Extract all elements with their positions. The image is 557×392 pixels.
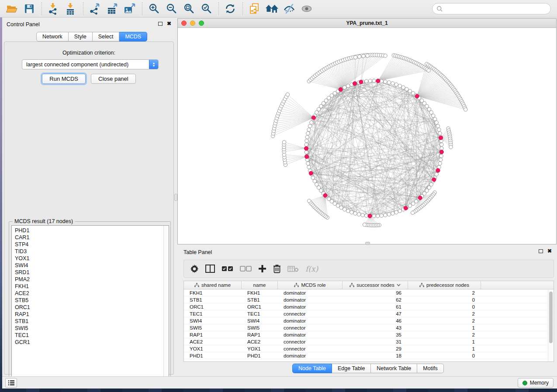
network-dominator-node[interactable] [305, 155, 309, 158]
run-mcds-button[interactable]: Run MCDS [42, 74, 86, 84]
network-ring-node[interactable] [361, 213, 364, 217]
mcds-result-item[interactable]: SWI5 [15, 325, 163, 332]
network-leaf-node[interactable] [282, 140, 286, 144]
float-panel-icon[interactable] [539, 249, 543, 253]
network-ring-node[interactable] [311, 176, 315, 179]
network-leaf-node[interactable] [357, 55, 361, 58]
mcds-result-item[interactable]: PHD1 [15, 227, 163, 234]
network-ring-node[interactable] [401, 86, 405, 89]
network-ring-node[interactable] [310, 120, 313, 124]
network-dominator-node[interactable] [439, 136, 443, 140]
network-ring-node[interactable] [405, 87, 408, 91]
export-network-button[interactable] [87, 2, 102, 16]
network-ring-node[interactable] [315, 182, 318, 186]
network-ring-node[interactable] [394, 83, 398, 86]
network-ring-node[interactable] [435, 120, 438, 124]
network-dominator-node[interactable] [418, 196, 422, 200]
mcds-result-item[interactable]: STP4 [15, 241, 163, 248]
refresh-view-button[interactable] [223, 2, 238, 16]
table-row[interactable]: SWI5SWI5connector431 [184, 324, 554, 331]
mcds-result-item[interactable]: TEC1 [15, 332, 163, 339]
network-ring-node[interactable] [387, 213, 391, 216]
network-ring-node[interactable] [439, 154, 443, 158]
network-ring-node[interactable] [308, 124, 311, 128]
mcds-result-item[interactable]: SRD1 [15, 269, 163, 276]
mcds-result-item[interactable]: PMA2 [15, 276, 163, 283]
network-ring-node[interactable] [380, 214, 383, 217]
table-row[interactable]: SWI4SWI4dominator462 [184, 317, 554, 324]
network-ring-node[interactable] [304, 150, 308, 154]
table-row[interactable]: TEC1TEC1connector472 [184, 310, 554, 317]
network-ring-node[interactable] [353, 212, 357, 215]
network-ring-node[interactable] [429, 110, 433, 114]
network-ring-node[interactable] [437, 128, 441, 131]
import-table-button[interactable] [63, 2, 78, 16]
network-ring-node[interactable] [343, 207, 346, 211]
network-dominator-node[interactable] [309, 171, 313, 175]
network-ring-node[interactable] [435, 172, 438, 176]
mcds-result-item[interactable]: ORC1 [15, 304, 163, 311]
network-ring-node[interactable] [436, 124, 439, 128]
tab-style[interactable]: Style [69, 32, 93, 41]
network-dominator-node[interactable] [415, 94, 419, 98]
network-dominator-node[interactable] [436, 168, 440, 172]
network-ring-node[interactable] [357, 213, 360, 216]
network-ring-node[interactable] [305, 135, 309, 139]
network-ring-node[interactable] [376, 214, 379, 218]
mcds-list-scrollbar[interactable] [163, 226, 169, 381]
table-row[interactable]: RAP1RAP1dominator352 [184, 331, 554, 338]
network-dominator-node[interactable] [339, 87, 343, 91]
open-file-button[interactable] [4, 2, 19, 16]
network-dominator-node[interactable] [304, 146, 308, 150]
tab-select[interactable]: Select [93, 32, 120, 41]
memory-button[interactable]: Memory [518, 378, 554, 388]
network-dominator-node[interactable] [353, 82, 356, 86]
zoom-fit-button[interactable] [181, 2, 196, 16]
deselect-all-button[interactable] [240, 263, 252, 275]
settings-gear-button[interactable] [190, 263, 199, 275]
home-networks-button[interactable] [264, 2, 279, 16]
network-ring-node[interactable] [384, 213, 387, 217]
table-row[interactable]: ORC1ORC1dominator610 [184, 303, 554, 310]
network-ring-node[interactable] [372, 79, 376, 83]
network-ring-node[interactable] [431, 114, 435, 117]
mcds-result-item[interactable]: FKH1 [15, 283, 163, 290]
table-row[interactable]: STB1STB1dominator620 [184, 296, 554, 303]
network-ring-node[interactable] [350, 210, 353, 214]
mcds-result-item[interactable]: ACE2 [15, 290, 163, 297]
column-header-predecessor-nodes[interactable]: predecessor nodes [408, 281, 481, 289]
delete-column-button[interactable] [273, 263, 281, 275]
mcds-result-item[interactable]: RAP1 [15, 311, 163, 318]
export-table-button[interactable] [105, 2, 120, 16]
network-ring-node[interactable] [304, 143, 308, 146]
function-builder-button[interactable]: f(x) [305, 263, 318, 275]
search-input[interactable] [443, 4, 550, 13]
network-dominator-node[interactable] [432, 178, 436, 182]
mcds-result-item[interactable]: CAR1 [15, 234, 163, 241]
show-panels-menu-button[interactable] [5, 378, 17, 388]
zoom-out-button[interactable] [164, 2, 179, 16]
network-leaf-node[interactable] [427, 69, 430, 72]
network-dominator-node[interactable] [376, 79, 380, 83]
network-ring-node[interactable] [306, 131, 310, 135]
network-window-titlebar[interactable]: YPA_prune.txt_1 [178, 19, 556, 28]
float-panel-icon[interactable] [158, 22, 163, 26]
network-leaf-node[interactable] [366, 54, 369, 57]
network-ring-node[interactable] [439, 158, 443, 162]
save-session-button[interactable] [22, 2, 37, 16]
network-ring-node[interactable] [343, 86, 346, 89]
zoom-selected-button[interactable] [199, 2, 214, 16]
table-row[interactable]: PHD1PHD1dominator180 [184, 352, 554, 359]
zoom-in-button[interactable] [146, 2, 161, 16]
network-dominator-node[interactable] [311, 116, 315, 120]
column-header-shared-name[interactable]: shared name [184, 281, 242, 289]
network-leaf-node[interactable] [307, 199, 311, 203]
hide-elements-button[interactable] [282, 2, 297, 16]
network-leaf-node[interactable] [384, 54, 387, 57]
network-ring-node[interactable] [438, 162, 442, 165]
mcds-result-item[interactable]: STB1 [15, 318, 163, 325]
close-panel-icon[interactable]: ✖ [547, 249, 552, 253]
mcds-result-item[interactable]: GCR1 [15, 339, 163, 346]
network-ring-node[interactable] [306, 162, 310, 165]
import-network-button[interactable] [46, 2, 61, 16]
